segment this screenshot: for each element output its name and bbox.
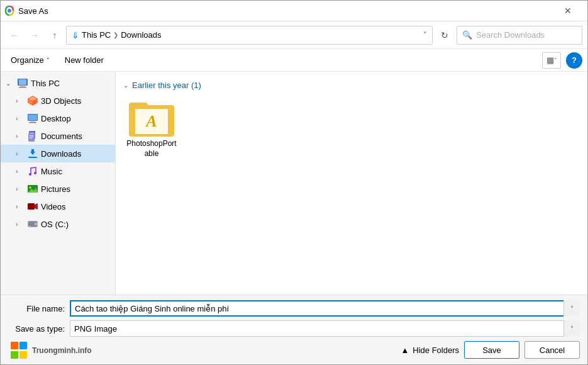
- title-bar: Save As ✕: [1, 1, 587, 21]
- expand-icon-thispc: ⌄: [6, 80, 14, 87]
- new-folder-button[interactable]: New folder: [60, 53, 109, 67]
- svg-rect-43: [32, 225, 33, 226]
- filename-input-wrap: ˅: [70, 300, 580, 317]
- svg-rect-17: [30, 133, 34, 133]
- view-button[interactable]: ▦ ˅: [542, 52, 561, 69]
- search-icon: 🔍: [462, 30, 472, 40]
- section-header[interactable]: ⌄ Earlier this year (1): [123, 77, 580, 95]
- sidebar-item-music[interactable]: › Music: [1, 162, 115, 180]
- watermark-area: Truongminh.info: [8, 340, 92, 359]
- svg-rect-4: [19, 79, 26, 85]
- svg-rect-42: [30, 225, 31, 226]
- expand-icon-pictures: ›: [16, 186, 25, 193]
- breadcrumb-icon: ⇓: [72, 30, 79, 40]
- documents-icon: [27, 130, 38, 142]
- expand-icon-3dobjects: ›: [16, 98, 25, 104]
- sidebar-item-thispc[interactable]: ⌄ This PC: [1, 74, 115, 92]
- help-button[interactable]: ?: [566, 52, 582, 69]
- svg-rect-37: [29, 226, 31, 227]
- refresh-button[interactable]: ↻: [435, 26, 454, 45]
- forward-button[interactable]: →: [26, 26, 43, 44]
- 3dobjects-icon: [27, 95, 38, 106]
- filename-dropdown-button[interactable]: ˅: [563, 300, 580, 317]
- svg-rect-20: [28, 133, 35, 142]
- address-bar[interactable]: ⇓ This PC ❯ Downloads ˅: [66, 26, 433, 45]
- breadcrumb-separator: ❯: [113, 31, 118, 38]
- sidebar-item-videos[interactable]: › Videos: [1, 198, 115, 215]
- expand-icon-music: ›: [16, 168, 25, 175]
- svg-rect-33: [28, 203, 35, 210]
- section-chevron: ⌄: [123, 82, 128, 89]
- close-button[interactable]: ✕: [553, 1, 582, 20]
- expand-icon-downloads: ›: [16, 150, 25, 157]
- expand-icon-osc: ›: [16, 221, 25, 228]
- desktop-icon: [27, 113, 38, 124]
- svg-point-2: [8, 9, 11, 13]
- sidebar-item-documents[interactable]: › Documents: [1, 127, 115, 145]
- sidebar-item-3dobjects[interactable]: › 3D Objects: [1, 92, 115, 110]
- savetype-dropdown-button[interactable]: ˅: [563, 320, 580, 337]
- address-row: ← → ↑ ⇓ This PC ❯ Downloads ˅ ↻ 🔍 Search…: [1, 21, 587, 49]
- button-row: Truongminh.info ▲ Hide Folders Save Canc…: [8, 340, 580, 359]
- watermark-logo: [11, 342, 28, 359]
- svg-rect-23: [30, 137, 33, 137]
- videos-icon: [27, 201, 38, 212]
- search-box[interactable]: 🔍 Search Downloads: [457, 26, 582, 45]
- hide-folders-arrow: ▲: [401, 345, 409, 355]
- expand-icon-documents: ›: [16, 133, 25, 140]
- svg-rect-41: [32, 223, 33, 224]
- pictures-icon: [27, 183, 38, 194]
- svg-rect-6: [19, 87, 26, 88]
- svg-rect-14: [29, 122, 36, 123]
- up-button[interactable]: ↑: [46, 26, 64, 44]
- file-area: ⌄ Earlier this year (1) A Ph: [116, 72, 587, 295]
- cancel-button[interactable]: Cancel: [524, 341, 580, 359]
- computer-icon: [17, 77, 28, 89]
- title-bar-left: Save As: [4, 6, 48, 16]
- view-dropdown-icon: ˅: [554, 57, 557, 64]
- downloads-icon: [27, 148, 38, 159]
- folder-body: A: [129, 105, 174, 137]
- savetype-label: Save as type:: [8, 324, 65, 334]
- svg-rect-25: [28, 157, 37, 158]
- sidebar-item-downloads[interactable]: › Downloads: [1, 145, 115, 162]
- svg-marker-34: [35, 203, 38, 210]
- filename-row: File name: ˅: [8, 300, 580, 317]
- music-icon: [27, 166, 38, 177]
- breadcrumb-downloads: Downloads: [121, 30, 161, 40]
- sidebar: ⌄ This PC ›: [1, 72, 116, 295]
- organize-button[interactable]: Organize ˅: [6, 53, 55, 67]
- sidebar-item-osc[interactable]: › OS (C:): [1, 215, 115, 233]
- svg-point-39: [35, 223, 36, 225]
- svg-point-29: [34, 172, 36, 174]
- files-grid: A PhotoshopPortable: [123, 95, 580, 170]
- svg-rect-24: [30, 138, 32, 138]
- save-button[interactable]: Save: [464, 341, 519, 359]
- filename-input[interactable]: [70, 300, 580, 317]
- drive-icon: [27, 218, 38, 230]
- back-button[interactable]: ←: [6, 26, 23, 44]
- svg-point-28: [29, 173, 31, 176]
- hide-folders-toggle[interactable]: ▲ Hide Folders: [401, 345, 459, 355]
- savetype-select[interactable]: PNG Image: [70, 320, 580, 337]
- breadcrumb-thispc: This PC: [82, 30, 111, 40]
- filename-label: File name:: [8, 304, 65, 313]
- folder-icon: A: [129, 99, 174, 137]
- svg-rect-12: [28, 115, 37, 120]
- expand-icon-videos: ›: [16, 203, 25, 210]
- sidebar-item-pictures[interactable]: › Pictures: [1, 180, 115, 198]
- main-area: ⌄ This PC ›: [1, 72, 587, 295]
- bottom-bar: File name: ˅ Save as type: PNG Image ˅: [1, 295, 587, 364]
- file-item-photoshop[interactable]: A PhotoshopPortable: [123, 95, 180, 162]
- address-dropdown-button[interactable]: ˅: [423, 31, 427, 39]
- toolbar-row: Organize ˅ New folder ▦ ˅ ?: [1, 49, 587, 72]
- savetype-input-wrap: PNG Image ˅: [70, 320, 580, 337]
- svg-rect-27: [31, 149, 34, 154]
- expand-icon-desktop: ›: [16, 115, 25, 122]
- organize-dropdown-icon: ˅: [47, 57, 50, 64]
- save-as-dialog: Save As ✕ ← → ↑ ⇓ This PC ❯ Downloads ˅ …: [0, 0, 588, 365]
- savetype-row: Save as type: PNG Image ˅: [8, 320, 580, 337]
- dialog-title: Save As: [18, 6, 48, 16]
- chrome-icon: [4, 6, 14, 16]
- sidebar-item-desktop[interactable]: › Desktop: [1, 110, 115, 127]
